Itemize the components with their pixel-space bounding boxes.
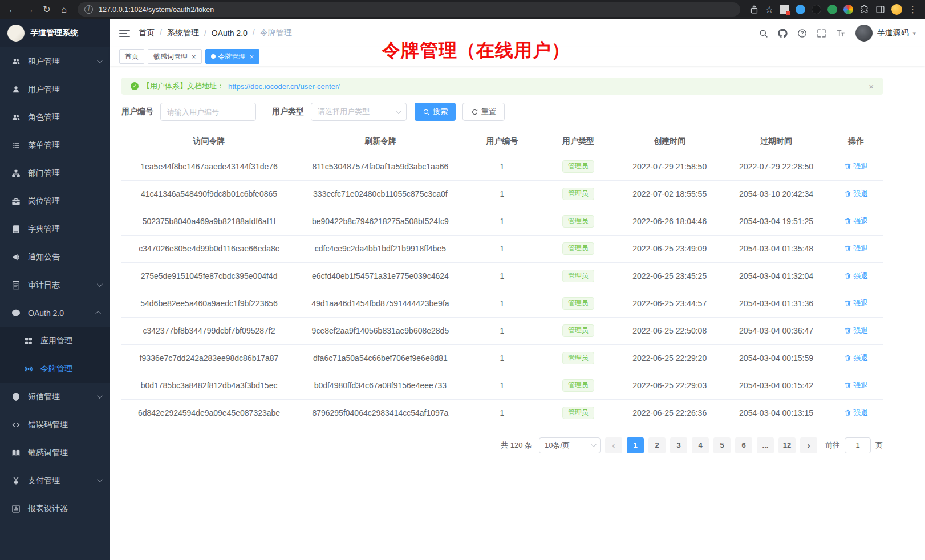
force-logout-button[interactable]: 强退 — [844, 298, 868, 309]
sidebar-item[interactable]: 审计日志 — [0, 271, 110, 299]
sidebar-item[interactable]: 应用管理 — [0, 327, 110, 355]
site-info-icon[interactable]: i — [84, 5, 93, 14]
pagination: 共 120 条 10条/页 ‹ 1 2 3 4 — [121, 437, 883, 453]
page-button[interactable]: 3 — [670, 437, 687, 453]
user-type-select[interactable]: 请选择用户类型 — [311, 103, 407, 121]
force-logout-button[interactable]: 强退 — [844, 408, 868, 418]
view-tab[interactable]: 令牌管理 × — [205, 49, 260, 64]
page-button[interactable]: 1 — [627, 437, 644, 453]
font-size-icon[interactable] — [836, 29, 846, 38]
sidebar-item[interactable]: 岗位管理 — [0, 187, 110, 215]
browser-back-button[interactable]: ← — [5, 2, 21, 18]
user-menu[interactable]: 芋道源码 ▾ — [855, 25, 916, 42]
force-logout-button[interactable]: 强退 — [844, 353, 868, 363]
share-button[interactable] — [749, 5, 759, 14]
sidebar-item[interactable]: 错误码管理 — [0, 411, 110, 439]
sidebar-item[interactable]: 角色管理 — [0, 103, 110, 131]
force-logout-button[interactable]: 强退 — [844, 216, 868, 226]
user-id-cell: 1 — [464, 290, 541, 317]
next-page-button[interactable]: › — [800, 437, 817, 453]
reset-button[interactable]: 重置 — [462, 103, 505, 121]
sidebar-item[interactable]: 敏感词管理 — [0, 439, 110, 466]
sidebar-item[interactable]: 字典管理 — [0, 215, 110, 243]
force-logout-button[interactable]: 强退 — [844, 271, 868, 281]
pay-icon — [11, 476, 21, 485]
sidebar-item[interactable]: 部门管理 — [0, 159, 110, 187]
access-token-cell: 41c41346a548490f9dc8b01c6bfe0865 — [121, 180, 297, 208]
force-logout-button[interactable]: 强退 — [844, 244, 868, 254]
extension-icon-dark[interactable] — [812, 5, 821, 14]
extension-icon-colorful[interactable] — [843, 5, 853, 14]
address-bar[interactable]: i 127.0.0.1:1024/system/oauth2/token — [78, 2, 740, 17]
browser-forward-button[interactable]: → — [22, 2, 38, 18]
fullscreen-icon[interactable] — [817, 29, 826, 38]
sidebar-item[interactable]: 令牌管理 — [0, 355, 110, 383]
prev-page-button[interactable]: ‹ — [605, 437, 622, 453]
doc-link[interactable]: https://doc.iocoder.cn/user-center/ — [228, 82, 340, 91]
page-size-value: 10条/页 — [545, 440, 570, 451]
main-area: 首页 系统管理 OAuth 2.0 令牌管理 芋道源码 ▾ — [110, 19, 925, 560]
sidebar-item[interactable]: 用户管理 — [0, 75, 110, 103]
force-logout-button[interactable]: 强退 — [844, 380, 868, 391]
sidebar-item[interactable]: 短信管理 — [0, 383, 110, 411]
dict-icon — [11, 225, 21, 234]
puzzle-icon — [859, 5, 869, 14]
sidebar-item-label: 报表设计器 — [28, 504, 68, 514]
browser-profile-avatar[interactable] — [891, 4, 902, 15]
page-button[interactable]: 5 — [713, 437, 731, 453]
browser-reload-button[interactable]: ↻ — [39, 2, 55, 18]
sidebar-item[interactable]: 菜单管理 — [0, 131, 110, 159]
sidebar-toggle-icon[interactable] — [119, 30, 130, 37]
search-button[interactable]: 搜索 — [415, 103, 456, 121]
breadcrumb-item[interactable]: 令牌管理 — [248, 28, 292, 38]
app-logo[interactable]: 芋道管理系统 — [0, 19, 110, 47]
user-id-input[interactable] — [160, 103, 256, 121]
refresh-token-cell: cdfc4ce9c2da4bb1bdf21b9918ff4be5 — [297, 235, 464, 262]
sidebar-item[interactable]: 通知公告 — [0, 243, 110, 271]
view-tab[interactable]: 首页 — [119, 49, 144, 64]
page-button[interactable]: ... — [757, 437, 774, 453]
breadcrumb-item[interactable]: 首页 — [139, 28, 155, 38]
user-type-badge: 管理员 — [562, 379, 594, 392]
extension-icon-grid[interactable] — [780, 5, 789, 14]
goto-label: 前往 — [825, 440, 840, 451]
share-icon — [749, 5, 759, 14]
page-button[interactable]: 12 — [778, 437, 796, 453]
trash-icon — [844, 299, 851, 307]
breadcrumb-item[interactable]: 系统管理 — [155, 28, 199, 38]
column-header: 操作 — [830, 130, 883, 153]
view-tab[interactable]: 敏感词管理 × — [148, 49, 202, 64]
extension-icon-green[interactable] — [827, 5, 837, 14]
force-logout-button[interactable]: 强退 — [844, 189, 868, 199]
access-token-cell: c342377bf8b344799dcbf7bf095287f2 — [121, 317, 297, 344]
help-icon[interactable] — [797, 29, 807, 38]
sidebar-item[interactable]: 租户管理 — [0, 47, 110, 75]
breadcrumb-item[interactable]: OAuth 2.0 — [199, 29, 248, 38]
user-id-cell: 1 — [464, 262, 541, 290]
tab-close-icon[interactable]: × — [250, 53, 254, 60]
force-logout-button[interactable]: 强退 — [844, 326, 868, 336]
sidebar-item[interactable]: 支付管理 — [0, 466, 110, 494]
side-panel-button[interactable] — [875, 5, 885, 14]
refresh-token-cell: be90422b8c7946218275a508bf524fc9 — [297, 208, 464, 235]
create-time-cell: 2022-07-02 18:55:55 — [616, 180, 723, 208]
browser-home-button[interactable]: ⌂ — [56, 2, 72, 18]
sidebar-item[interactable]: OAuth 2.0 — [0, 299, 110, 327]
search-icon[interactable] — [758, 29, 768, 38]
alert-close-icon[interactable]: × — [869, 82, 874, 91]
extension-icon-blue[interactable] — [796, 5, 805, 14]
sidebar-item[interactable]: 报表设计器 — [0, 494, 110, 522]
page-size-select[interactable]: 10条/页 — [539, 437, 601, 453]
goto-page-input[interactable] — [845, 437, 871, 453]
page-button[interactable]: 2 — [648, 437, 666, 453]
trash-icon — [844, 354, 851, 362]
github-icon[interactable] — [778, 29, 788, 38]
force-logout-button[interactable]: 强退 — [844, 161, 868, 172]
extensions-puzzle-button[interactable] — [859, 5, 869, 14]
bookmark-star-button[interactable]: ☆ — [765, 4, 773, 15]
tab-close-icon[interactable]: × — [192, 53, 196, 60]
page-button[interactable]: 4 — [692, 437, 709, 453]
browser-menu-button[interactable]: ⋮ — [908, 5, 917, 15]
expire-time-cell: 2054-03-04 00:13:15 — [723, 399, 830, 427]
page-button[interactable]: 6 — [735, 437, 752, 453]
